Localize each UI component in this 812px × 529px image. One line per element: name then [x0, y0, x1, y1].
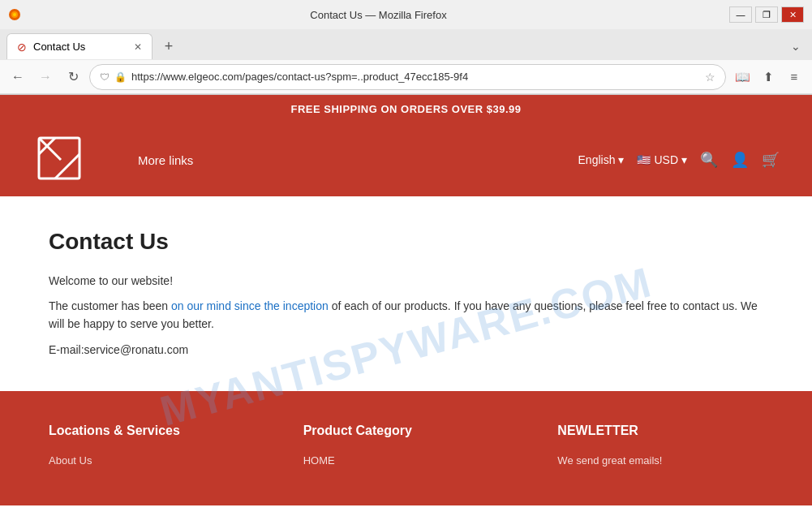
lang-chevron-icon: ▾ [618, 153, 624, 166]
url-text: https://www.elgeoc.com/pages/contact-us?… [131, 71, 700, 83]
refresh-button[interactable]: ↻ [62, 66, 84, 88]
body-text: The customer has been on our mind since … [49, 297, 763, 333]
main-content: Contact Us Welcome to our website! The c… [0, 196, 812, 391]
footer-col-1-title: Locations & Services [49, 424, 255, 438]
logo-area[interactable] [32, 131, 89, 188]
back-button[interactable]: ← [6, 66, 29, 88]
page-title: Contact Us [49, 229, 763, 255]
bookmark-icon[interactable]: ☆ [705, 71, 715, 84]
email-text: E-mail:service@ronatu.com [49, 343, 763, 356]
promo-banner: FREE SHIPPING ON ORDERS OVER $39.99 [0, 95, 812, 123]
close-button[interactable]: ✕ [781, 6, 804, 23]
logo-icon [32, 131, 89, 188]
svg-point-2 [13, 13, 16, 16]
language-selector[interactable]: English ▾ [578, 153, 625, 166]
site-content: MYANTISPYWARE.COM FREE SHIPPING ON ORDER… [0, 95, 812, 529]
reader-button[interactable]: 📖 [731, 66, 754, 88]
footer-home-link[interactable]: HOME [303, 454, 509, 467]
cart-button[interactable]: 🛒 [762, 151, 780, 169]
new-tab-button[interactable]: + [157, 35, 180, 58]
title-bar: Contact Us — Mozilla Firefox — ❐ ✕ [0, 0, 812, 29]
tab-label: Contact Us [33, 41, 85, 53]
address-bar[interactable]: 🛡 🔒 https://www.elgeoc.com/pages/contact… [89, 64, 726, 90]
window-controls: — ❐ ✕ [729, 6, 804, 23]
currency-selector[interactable]: 🇺🇸 USD ▾ [637, 153, 687, 166]
forward-button[interactable]: → [34, 66, 57, 88]
navigation-bar: ← → ↻ 🛡 🔒 https://www.elgeoc.com/pages/c… [0, 60, 812, 94]
newsletter-text: We send great emails! [557, 454, 763, 467]
lang-label: English [578, 153, 616, 166]
site-footer: Locations & Services About Us Product Ca… [0, 391, 812, 505]
svg-line-4 [39, 138, 61, 160]
footer-col-3: NEWLETTER We send great emails! [557, 424, 763, 473]
site-header: More links English ▾ 🇺🇸 USD ▾ 🔍 👤 🛒 [0, 123, 812, 196]
footer-col-2: Product Category HOME [303, 424, 509, 473]
tab-close-button[interactable]: ✕ [134, 41, 142, 53]
more-button[interactable]: ≡ [783, 66, 806, 88]
header-right: English ▾ 🇺🇸 USD ▾ 🔍 👤 🛒 [578, 151, 780, 169]
currency-chevron-icon: ▾ [681, 153, 687, 166]
flag-icon: 🇺🇸 [637, 153, 651, 166]
maximize-button[interactable]: ❐ [755, 6, 778, 23]
tab-list-button[interactable]: ⌄ [786, 37, 806, 56]
currency-label: USD [654, 153, 678, 166]
minimize-button[interactable]: — [729, 6, 752, 23]
nav-extras: 📖 ⬆ ≡ [731, 66, 806, 88]
search-button[interactable]: 🔍 [700, 151, 718, 169]
shield-icon: 🛡 [100, 71, 110, 83]
highlight-text: on our mind since the inception [171, 299, 329, 312]
browser-tab[interactable]: ⊘ Contact Us ✕ [6, 33, 153, 59]
tab-bar: ⊘ Contact Us ✕ + ⌄ [0, 29, 812, 60]
tab-error-icon: ⊘ [17, 41, 27, 54]
welcome-text: Welcome to our website! [49, 274, 763, 287]
share-button[interactable]: ⬆ [757, 66, 780, 88]
footer-col-3-title: NEWLETTER [557, 424, 763, 438]
lock-icon: 🔒 [114, 71, 127, 83]
window-title: Contact Us — Mozilla Firefox [28, 9, 729, 21]
footer-about-us-link[interactable]: About Us [49, 454, 255, 467]
firefox-icon [8, 8, 21, 21]
footer-col-1: Locations & Services About Us [49, 424, 255, 473]
nav-links: More links [138, 153, 193, 167]
more-links-nav[interactable]: More links [138, 153, 193, 167]
footer-col-2-title: Product Category [303, 424, 509, 438]
account-button[interactable]: 👤 [731, 151, 749, 169]
